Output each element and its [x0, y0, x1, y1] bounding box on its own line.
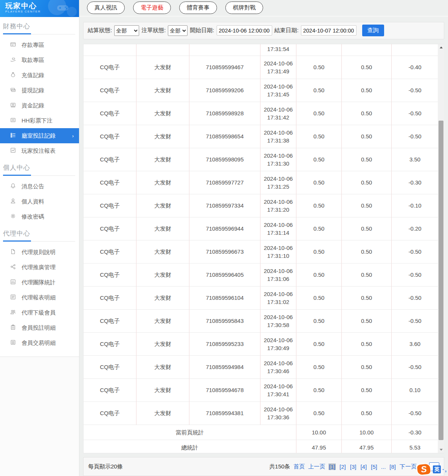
bet-clock: 17:30:46 — [267, 367, 289, 375]
bet-date: 2024-10-06 — [264, 221, 293, 229]
bet-date: 2024-10-06 — [264, 405, 293, 413]
sidebar-item[interactable]: 代理團隊統計 — [0, 275, 79, 290]
settle-status-select[interactable]: 全部 — [114, 25, 139, 36]
cell-bet-time: 2024-10-0617:30:46 — [260, 356, 296, 379]
page-number-link[interactable]: [5] — [370, 464, 378, 470]
bet-date: 2024-10-06 — [264, 336, 293, 344]
cell-bet-amount: 0.50 — [296, 171, 342, 194]
cell-order-no: 710859594381 — [189, 402, 260, 425]
scrollbar-thumb[interactable] — [439, 121, 443, 440]
first-page-link[interactable]: 首页 — [293, 463, 305, 470]
bet-date: 2024-10-06 — [264, 129, 293, 136]
cell-valid-amount: 0.50 — [342, 379, 392, 402]
cell-valid-amount: 0.50 — [342, 194, 392, 217]
sidebar-item[interactable]: 代理規則說明 — [0, 245, 79, 260]
game-category-tab[interactable]: 真人視訊 — [87, 2, 125, 14]
cell-valid-amount: 0.50 — [342, 56, 392, 79]
cell-game-name: 大发财 — [136, 402, 189, 425]
sidebar-item[interactable]: 消息公告 — [0, 179, 79, 194]
cell-bet-time: 2024-10-0617:31:20 — [260, 194, 296, 217]
sidebar-item[interactable]: 提現記錄 — [0, 83, 79, 98]
cell-bet-time: 2024-10-0617:31:45 — [260, 79, 296, 102]
next-page-link[interactable]: 下一页 — [400, 463, 417, 470]
cell-bet-amount: 0.50 — [296, 56, 342, 79]
cell-game-type: CQ电子 — [84, 79, 136, 102]
scroll-up-button[interactable] — [438, 44, 444, 51]
cell-game-type: CQ电子 — [84, 264, 136, 287]
sidebar-item-label: 修改密碼 — [22, 213, 44, 220]
page-number-link[interactable]: [3] — [350, 464, 357, 470]
sidebar-item[interactable]: 充值記錄 — [0, 68, 79, 83]
bet-clock: 17:31:30 — [267, 160, 289, 167]
ime-widget: S 英 ·, — [417, 464, 447, 475]
summary-profit-total: 5.53 — [392, 440, 438, 453]
vertical-scrollbar[interactable] — [438, 44, 444, 453]
bet-date: 2024-10-06 — [264, 382, 293, 390]
cell-valid-amount: 0.50 — [342, 240, 392, 264]
cell-valid-amount: 0.50 — [342, 333, 392, 356]
start-date-input[interactable] — [217, 25, 272, 36]
sidebar-item[interactable]: 玩家投注報表 — [0, 143, 79, 158]
cell-order-no: 710859595843 — [189, 310, 260, 333]
end-date-input[interactable] — [301, 25, 357, 36]
cell-bet-time: 2024-10-0617:31:06 — [260, 264, 296, 287]
sidebar-item-label: 資金記錄 — [22, 102, 44, 109]
sidebar-item[interactable]: 取款專區 — [0, 53, 79, 68]
cell-profit: 0.10 — [392, 379, 438, 402]
sidebar-item[interactable]: 代理下級會員 — [0, 305, 79, 320]
cell-game-type — [84, 44, 136, 56]
scroll-down-button[interactable] — [438, 447, 444, 453]
bet-clock: 17:30:36 — [267, 413, 289, 421]
cell-game-type: CQ电子 — [84, 240, 136, 264]
sidebar-item[interactable]: HH彩票下注 — [0, 113, 79, 128]
bet-date: 2024-10-06 — [264, 267, 293, 275]
cell-order-no: 710859599467 — [189, 56, 260, 79]
ime-language-badge[interactable]: 英 — [433, 465, 441, 473]
page-number-link[interactable]: [8] — [389, 464, 396, 470]
cell-profit: 3.60 — [392, 333, 438, 356]
cell-game-type: CQ电子 — [84, 217, 136, 240]
clipboard-icon — [10, 324, 16, 332]
sogou-ime-icon[interactable]: S — [416, 463, 431, 476]
page-number-link[interactable]: [4] — [360, 464, 367, 470]
cell-profit: -0.50 — [392, 402, 438, 425]
summary-label: 總統計 — [84, 440, 296, 453]
game-category-tab[interactable]: 棋牌對戰 — [225, 2, 263, 14]
cell-profit: -0.50 — [392, 264, 438, 287]
sidebar-item[interactable]: 會員投註明細 — [0, 320, 79, 335]
cell-game-name: 大发财 — [136, 148, 189, 171]
summary-profit-total: -0.30 — [392, 425, 438, 440]
pagination-controls: 共150条 首页 上一页 [1][2][3][4][5]...[8] 下一页 第 — [269, 462, 439, 471]
bet-date: 2024-10-06 — [264, 152, 293, 160]
game-category-tab[interactable]: 體育賽事 — [179, 2, 217, 14]
sidebar-item-label: 充值記錄 — [22, 72, 44, 79]
withdraw-icon — [10, 56, 16, 64]
ime-toolbar-dots[interactable]: ·, — [442, 466, 447, 473]
order-status-select[interactable]: 全部 — [168, 25, 188, 36]
cell-order-no: 710859596673 — [189, 240, 260, 264]
game-category-tab[interactable]: 電子遊藝 — [133, 2, 171, 14]
sidebar-item[interactable]: 修改密碼 — [0, 209, 79, 224]
cell-bet-amount: 0.50 — [296, 379, 342, 402]
sidebar-item-label: 個人資料 — [22, 198, 44, 205]
sidebar-item[interactable]: 存款專區 — [0, 37, 79, 53]
cell-valid-amount: 0.50 — [342, 402, 392, 425]
section-divider — [3, 240, 75, 242]
prev-page-link[interactable]: 上一页 — [308, 463, 325, 470]
sidebar-item[interactable]: 資金記錄 — [0, 98, 79, 113]
bet-date: 2024-10-06 — [264, 82, 293, 90]
sidebar-item[interactable]: 代理報表明細 — [0, 290, 79, 305]
sidebar-item[interactable]: 廳室投註記錄› — [0, 128, 79, 143]
cell-bet-time: 2024-10-0617:31:38 — [260, 125, 296, 148]
sidebar-item[interactable]: 代理推廣管理 — [0, 260, 79, 275]
cell-profit: -0.50 — [392, 79, 438, 102]
sidebar-item[interactable]: 會員交易明細 — [0, 335, 79, 350]
cell-order-no: 710859594678 — [189, 379, 260, 402]
page-number-link[interactable]: [1] — [329, 464, 336, 470]
page-number-link[interactable]: [2] — [339, 464, 346, 470]
cell-order-no: 710859596405 — [189, 264, 260, 287]
sidebar-item[interactable]: 個人資料 — [0, 194, 79, 209]
cell-valid-amount: 0.50 — [342, 356, 392, 379]
cell-game-name — [136, 44, 189, 56]
search-button[interactable]: 查詢 — [362, 25, 384, 36]
